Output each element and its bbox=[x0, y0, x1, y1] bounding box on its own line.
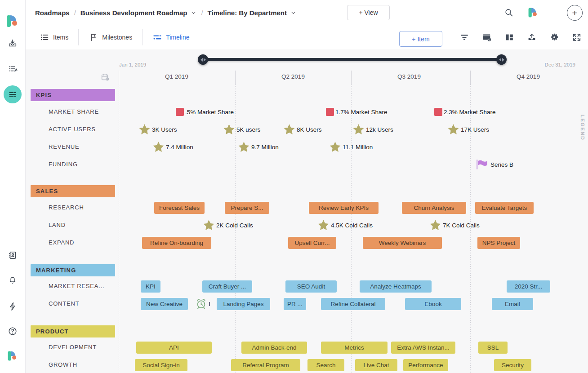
row-label-research: RESEARCH bbox=[49, 204, 84, 211]
milestone-2-3-market-share[interactable]: 2.3% Market Share bbox=[434, 108, 496, 116]
milestone-11-1-million[interactable]: 11.1 Million bbox=[329, 141, 373, 153]
list-history-icon[interactable] bbox=[8, 64, 18, 74]
milestone-label: 2.3% Market Share bbox=[444, 109, 496, 115]
row-label-land: LAND bbox=[49, 222, 66, 228]
group-header-kpis[interactable]: KPIS bbox=[31, 89, 115, 101]
timeline-bar-seo-audit[interactable]: SEO Audit bbox=[285, 280, 337, 293]
quarter-tick bbox=[470, 71, 471, 84]
timeline-bar-search[interactable]: Search bbox=[307, 359, 344, 371]
group-header-marketing[interactable]: MARKETING bbox=[31, 264, 115, 276]
milestone-1-7-market-share[interactable]: 1.7% Market Share bbox=[326, 108, 388, 116]
square-milestone-icon bbox=[434, 108, 442, 116]
timeline-bar-performance[interactable]: Performance bbox=[403, 359, 448, 371]
legend-toggle[interactable]: LEGEND bbox=[580, 115, 585, 141]
star-milestone-icon bbox=[203, 219, 215, 231]
milestone-9-7-million[interactable]: 9.7 Million bbox=[238, 141, 279, 153]
quarter-tick bbox=[235, 71, 236, 84]
slider-handle-end[interactable] bbox=[496, 54, 507, 65]
timeline-bar-craft-buyer[interactable]: Craft Buyer ... bbox=[202, 280, 252, 293]
star-milestone-icon bbox=[238, 141, 250, 153]
lightning-icon[interactable] bbox=[8, 302, 18, 311]
help-icon[interactable] bbox=[8, 326, 18, 336]
milestone-4-5k-cold-calls[interactable]: 4.5K Cold Calls bbox=[317, 219, 373, 231]
timeline-bar-email[interactable]: Email bbox=[492, 298, 533, 310]
timeline-settings-calendar-icon[interactable] bbox=[100, 72, 110, 82]
timeline-bar-review-early-kpis[interactable]: Review Early KPIs bbox=[309, 202, 379, 214]
timeline-bar-kpi[interactable]: KPI bbox=[141, 280, 160, 293]
milestone-label: .5% Market Share bbox=[185, 109, 234, 115]
timeline-bar-2020-str[interactable]: 2020 Str... bbox=[507, 280, 550, 293]
app-window: Roadmaps/Business Development Roadmap/Ti… bbox=[0, 0, 588, 373]
star-milestone-icon bbox=[429, 219, 441, 231]
star-milestone-icon bbox=[317, 219, 330, 231]
row-label-active-users: ACTIVE USERS bbox=[49, 126, 96, 133]
sidebar-item-timeline-active[interactable] bbox=[4, 85, 22, 103]
milestone-5k-users[interactable]: 5K users bbox=[223, 124, 260, 136]
quarter-tick bbox=[119, 71, 119, 84]
timeline-bar-churn-analysis[interactable]: Churn Analysis bbox=[402, 202, 466, 214]
milestone-7-4-million[interactable]: 7.4 Million bbox=[152, 141, 193, 153]
milestone-2k-cold-calls[interactable]: 2K Cold Calls bbox=[203, 219, 253, 231]
milestone-5-market-share[interactable]: .5% Market Share bbox=[176, 108, 234, 116]
timeline-bar-refine-on-boarding[interactable]: Refine On-boarding bbox=[142, 237, 211, 249]
star-milestone-icon bbox=[447, 124, 459, 136]
timeline-bar-evaluate-targets[interactable]: Evaluate Targets bbox=[475, 202, 534, 214]
milestone-series-b[interactable]: Series B bbox=[476, 159, 513, 170]
inbox-download-icon[interactable] bbox=[8, 39, 18, 49]
timeline-bar-upsell-curr[interactable]: Upsell Curr... bbox=[288, 237, 336, 249]
timeline-bar-live-chat[interactable]: Live Chat bbox=[355, 359, 397, 371]
milestone-label: 7.4 Million bbox=[166, 144, 193, 151]
timeline-bar-analyze-heatmaps[interactable]: Analyze Heatmaps bbox=[360, 280, 432, 293]
milestone-7k-cold-calls[interactable]: 7K Cold Calls bbox=[429, 219, 480, 231]
timeline-bar-ssl[interactable]: SSL bbox=[478, 342, 508, 354]
timeline-bar-forecast-sales[interactable]: Forecast Sales bbox=[154, 202, 205, 214]
timeline-bar-weekly-webinars[interactable]: Weekly Webinars bbox=[363, 237, 442, 249]
milestone-12k-users[interactable]: 12k Users bbox=[352, 124, 393, 136]
timeline-bar-security[interactable]: Security bbox=[494, 359, 531, 371]
timeline-bar-referral-program[interactable]: Referral Program bbox=[231, 359, 300, 371]
timeline-bar-new-creative[interactable]: New Creative bbox=[141, 298, 188, 310]
contacts-icon[interactable] bbox=[8, 250, 18, 260]
timeline-bar-admin-back-end[interactable]: Admin Back-end bbox=[241, 342, 307, 354]
group-header-sales[interactable]: SALES bbox=[31, 185, 115, 197]
timeline-chart: Jan 1, 2019 Dec 31, 2019 LEGEND Q1 2019Q… bbox=[0, 0, 588, 373]
timeline-bar-landing-pages[interactable]: Landing Pages bbox=[217, 298, 270, 310]
milestone-label: 9.7 Million bbox=[251, 144, 279, 151]
timeline-bar-pr[interactable]: PR ... bbox=[284, 298, 306, 310]
milestone-17k-users[interactable]: 17K Users bbox=[447, 124, 489, 136]
roadmunk-logo-small bbox=[7, 350, 18, 362]
milestone-label: Series B bbox=[490, 161, 513, 168]
square-milestone-icon bbox=[176, 108, 184, 116]
milestone-label: 3K Users bbox=[152, 126, 177, 133]
timeline-bar-social-sign-in[interactable]: Social Sign-in bbox=[135, 359, 187, 371]
row-label-funding: FUNDING bbox=[49, 161, 78, 168]
timeline-bar-api[interactable]: API bbox=[136, 342, 212, 354]
range-end-label: Dec 31, 2019 bbox=[521, 62, 575, 67]
milestone-i[interactable]: I bbox=[195, 298, 210, 310]
roadmunk-logo[interactable] bbox=[7, 15, 18, 27]
slider-handle-start[interactable] bbox=[198, 54, 208, 65]
milestone-3k-users[interactable]: 3K Users bbox=[138, 124, 177, 136]
milestone-label: I bbox=[209, 301, 210, 307]
bell-icon[interactable] bbox=[8, 275, 18, 285]
timeline-bar-metrics[interactable]: Metrics bbox=[321, 342, 388, 354]
timeline-range-slider[interactable] bbox=[203, 58, 501, 61]
milestone-8k-users[interactable]: 8K Users bbox=[283, 124, 322, 136]
star-milestone-icon bbox=[138, 124, 151, 136]
star-milestone-icon bbox=[283, 124, 295, 136]
milestone-label: 11.1 Million bbox=[343, 144, 373, 151]
quarter-gridline bbox=[119, 84, 119, 373]
quarter-header-q3-2019: Q3 2019 bbox=[351, 73, 467, 80]
timeline-bar-nps-project[interactable]: NPS Project bbox=[477, 237, 520, 249]
square-milestone-icon bbox=[326, 108, 334, 116]
quarter-tick bbox=[351, 71, 352, 84]
group-header-product[interactable]: PRODUCT bbox=[31, 325, 115, 337]
star-milestone-icon bbox=[329, 141, 341, 153]
milestone-label: 2K Cold Calls bbox=[216, 222, 253, 229]
timeline-bar-prepare-s[interactable]: Prepare S... bbox=[225, 202, 269, 214]
timeline-bar-refine-collateral[interactable]: Refine Collateral bbox=[321, 298, 385, 310]
timeline-bar-extra-aws-instan[interactable]: Extra AWS Instan... bbox=[391, 342, 455, 354]
timeline-bar-ebook[interactable]: Ebook bbox=[405, 298, 461, 310]
milestone-label: 17K Users bbox=[461, 126, 489, 133]
milestone-label: 5K users bbox=[236, 126, 260, 133]
